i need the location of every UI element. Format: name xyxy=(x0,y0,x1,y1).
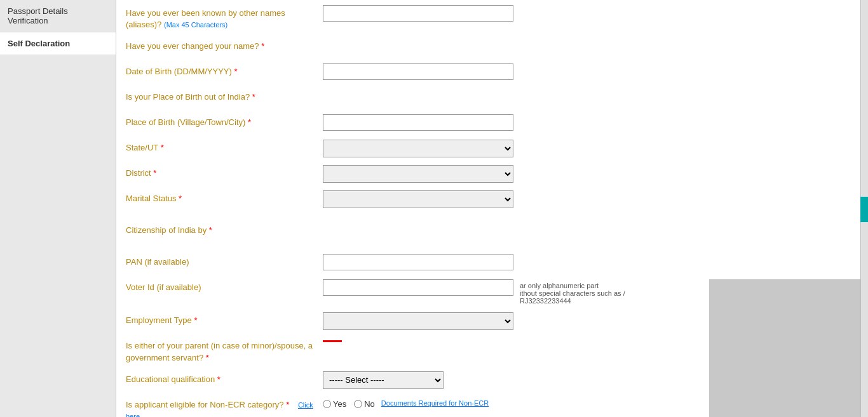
dob-input[interactable] xyxy=(323,63,513,80)
dob-input-wrapper xyxy=(323,63,513,80)
non-ecr-documents-link[interactable]: Documents Required for Non-ECR xyxy=(381,397,489,407)
aliases-row: Have you ever been known by other names … xyxy=(126,5,700,30)
citizenship-row: Citizenship of India by * xyxy=(126,222,700,240)
right-gray-panel xyxy=(709,0,868,417)
district-label: District * xyxy=(126,165,323,179)
aliases-input[interactable] xyxy=(323,5,513,22)
district-select-wrapper xyxy=(323,165,513,183)
state-ut-label: State/UT * xyxy=(126,140,323,154)
birth-out-india-label: Is your Place of Birth out of India? * xyxy=(126,89,323,103)
state-ut-select[interactable] xyxy=(323,140,513,157)
non-ecr-no-radio[interactable] xyxy=(354,400,362,408)
district-row: District * xyxy=(126,165,700,183)
place-birth-input[interactable] xyxy=(323,114,513,131)
non-ecr-radio-group: Yes No xyxy=(323,397,375,409)
voter-id-input[interactable] xyxy=(323,279,513,296)
district-select[interactable] xyxy=(323,165,513,183)
aliases-label: Have you ever been known by other names … xyxy=(126,5,323,30)
aliases-input-wrapper xyxy=(323,5,513,22)
pan-input[interactable] xyxy=(323,254,513,270)
non-ecr-label: Is applicant eligible for Non-ECR catego… xyxy=(126,397,323,417)
non-ecr-yes-radio[interactable] xyxy=(323,400,331,408)
right-white-box xyxy=(709,0,868,279)
sidebar-item-self-declaration[interactable]: Self Declaration xyxy=(0,32,116,55)
employment-type-select-wrapper xyxy=(323,312,513,330)
non-ecr-no-label[interactable]: No xyxy=(354,399,375,409)
govt-servant-row: Is either of your parent (in case of min… xyxy=(126,338,700,363)
state-ut-row: State/UT * xyxy=(126,140,700,157)
voter-id-label: Voter Id (if available) xyxy=(126,279,323,293)
changed-name-label: Have you ever changed your name? * xyxy=(126,38,323,52)
state-ut-select-wrapper xyxy=(323,140,513,157)
sidebar-item-passport-details[interactable]: Passport Details Verification xyxy=(0,0,116,32)
educational-qual-select-wrapper: ----- Select ----- xyxy=(323,371,513,389)
dob-label: Date of Birth (DD/MM/YYYY) * xyxy=(126,63,323,77)
pan-label: PAN (if available) xyxy=(126,254,323,268)
voter-id-hint: ar only alphanumeric part ithout special… xyxy=(520,279,625,305)
marital-status-row: Marital Status * xyxy=(126,190,700,208)
employment-type-row: Employment Type * xyxy=(126,312,700,330)
pan-input-wrapper xyxy=(323,254,513,270)
govt-servant-label: Is either of your parent (in case of min… xyxy=(126,338,323,363)
non-ecr-yes-label[interactable]: Yes xyxy=(323,399,346,409)
non-ecr-row: Is applicant eligible for Non-ECR catego… xyxy=(126,397,700,417)
educational-qual-select[interactable]: ----- Select ----- xyxy=(323,371,444,389)
place-birth-row: Place of Birth (Village/Town/City) * xyxy=(126,114,700,132)
dob-row: Date of Birth (DD/MM/YYYY) * xyxy=(126,63,700,81)
place-birth-input-wrapper xyxy=(323,114,513,131)
educational-qual-row: Educational qualification * ----- Select… xyxy=(126,371,700,389)
govt-servant-underline xyxy=(323,340,342,342)
marital-status-select[interactable] xyxy=(323,190,513,208)
marital-status-label: Marital Status * xyxy=(126,190,323,204)
pan-row: PAN (if available) xyxy=(126,254,700,272)
birth-out-india-row: Is your Place of Birth out of India? * xyxy=(126,89,700,107)
educational-qual-label: Educational qualification * xyxy=(126,371,323,385)
changed-name-row: Have you ever changed your name? * xyxy=(126,38,700,56)
employment-type-select[interactable] xyxy=(323,312,513,330)
place-birth-label: Place of Birth (Village/Town/City) * xyxy=(126,114,323,128)
scrollbar-thumb[interactable] xyxy=(860,197,868,222)
citizenship-label: Citizenship of India by * xyxy=(126,222,323,236)
scrollbar[interactable] xyxy=(860,0,868,417)
voter-id-row: Voter Id (if available) ar only alphanum… xyxy=(126,279,700,305)
form-area: Have you ever been known by other names … xyxy=(116,0,709,417)
voter-id-input-wrapper xyxy=(323,279,513,296)
aliases-sublabel: (Max 45 Characters) xyxy=(164,21,227,29)
marital-status-select-wrapper xyxy=(323,190,513,208)
employment-type-label: Employment Type * xyxy=(126,312,323,326)
sidebar: Passport Details Verification Self Decla… xyxy=(0,0,116,417)
